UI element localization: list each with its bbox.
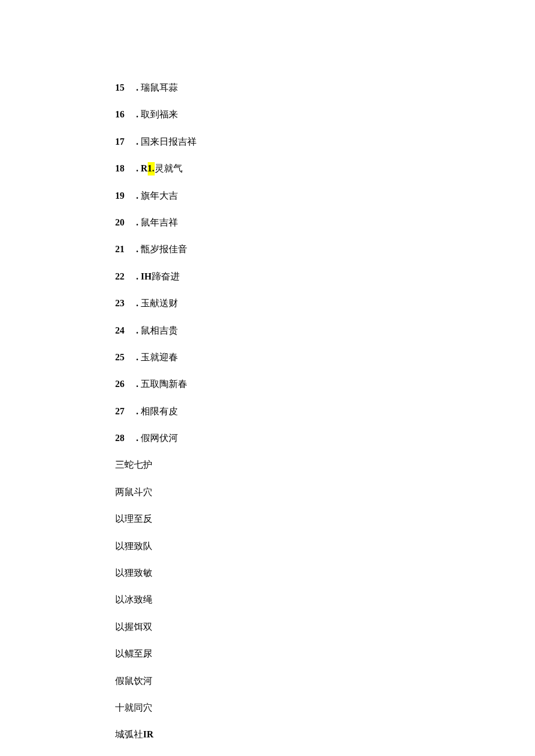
numbered-list-item: 15.瑞鼠耳蒜 <box>115 81 535 94</box>
item-separator: . <box>136 324 138 337</box>
item-separator: . <box>136 378 138 390</box>
item-text: 玉献送财 <box>141 297 178 310</box>
list-item: 十就同穴 <box>115 701 535 714</box>
document-content: 15.瑞鼠耳蒜16. 取到福来17.国来日报吉祥18.R1.灵就气19.旗年大吉… <box>115 81 535 741</box>
item-text: 鼠相吉贵 <box>141 324 178 337</box>
numbered-list-item: 28. 假网伏河 <box>115 432 535 445</box>
numbered-list-item: 22.IH蹄奋进 <box>115 270 535 283</box>
item-separator: . <box>136 216 138 229</box>
item-text: 鼠年吉祥 <box>141 216 178 229</box>
item-text: 相限有皮 <box>141 405 178 418</box>
item-number: 17 <box>115 135 128 148</box>
item-separator: . <box>136 297 138 310</box>
highlighted-text: 1. <box>148 162 155 175</box>
item-separator: . <box>136 405 138 418</box>
item-text: 城弧社 <box>115 729 143 739</box>
item-number: 25 <box>115 351 128 364</box>
item-text: 五取陶新春 <box>141 378 187 390</box>
item-separator: . <box>136 243 138 256</box>
item-separator: . <box>136 432 138 445</box>
numbered-list-item: 18.R1.灵就气 <box>115 162 535 175</box>
item-separator: . <box>136 351 138 364</box>
list-item: 两鼠斗穴 <box>115 486 535 499</box>
item-text: 甑岁报佳音 <box>141 243 187 256</box>
numbered-list-item: 19.旗年大吉 <box>115 189 535 202</box>
item-text: 蹄奋进 <box>152 270 180 283</box>
list-item: 以鳏至尿 <box>115 647 535 660</box>
list-item: 以冰致绳 <box>115 593 535 606</box>
item-number: 23 <box>115 297 128 310</box>
numbered-list-item: 26.五取陶新春 <box>115 378 535 390</box>
item-number: 26 <box>115 378 128 390</box>
item-number: 27 <box>115 405 128 418</box>
numbered-list-item: 24.鼠相吉贵 <box>115 324 535 337</box>
item-prefix: IH <box>141 270 152 283</box>
list-item: 以理至反 <box>115 513 535 525</box>
numbered-list-item: 20. 鼠年吉祥 <box>115 216 535 229</box>
numbered-list-item: 21.甑岁报佳音 <box>115 243 535 256</box>
item-number: 21 <box>115 243 128 256</box>
item-separator: . <box>136 189 138 202</box>
list-item: 以狸致敏 <box>115 567 535 579</box>
list-item: 以握饵双 <box>115 621 535 633</box>
item-text: 玉就迎春 <box>141 351 178 364</box>
item-number: 20 <box>115 216 128 229</box>
item-number: 28 <box>115 432 128 445</box>
item-separator: . <box>136 81 138 94</box>
item-text: 国来日报吉祥 <box>141 135 197 148</box>
item-number: 22 <box>115 270 128 283</box>
item-number: 19 <box>115 189 128 202</box>
item-number: 18 <box>115 162 128 175</box>
list-item: 城弧社IR <box>115 728 535 741</box>
item-separator: . <box>136 162 138 175</box>
item-prefix: R <box>141 162 148 175</box>
numbered-list-item: 17.国来日报吉祥 <box>115 135 535 148</box>
list-item: 三蛇七护 <box>115 458 535 471</box>
item-number: 15 <box>115 81 128 94</box>
item-text: 取到福来 <box>141 108 178 121</box>
list-item: 以狸致队 <box>115 540 535 553</box>
numbered-list-item: 27.相限有皮 <box>115 405 535 418</box>
item-text: 瑞鼠耳蒜 <box>141 81 178 94</box>
item-number: 16 <box>115 108 128 121</box>
item-suffix: IR <box>143 729 154 739</box>
item-separator: . <box>136 108 138 121</box>
item-text: 假网伏河 <box>141 432 178 445</box>
item-text: 灵就气 <box>155 162 183 175</box>
numbered-list-item: 25. 玉就迎春 <box>115 351 535 364</box>
item-number: 24 <box>115 324 128 337</box>
item-separator: . <box>136 135 138 148</box>
item-text: 旗年大吉 <box>141 189 178 202</box>
numbered-list-item: 16. 取到福来 <box>115 108 535 121</box>
numbered-list-item: 23. 玉献送财 <box>115 297 535 310</box>
item-separator: . <box>136 270 138 283</box>
list-item: 假鼠饮河 <box>115 675 535 687</box>
